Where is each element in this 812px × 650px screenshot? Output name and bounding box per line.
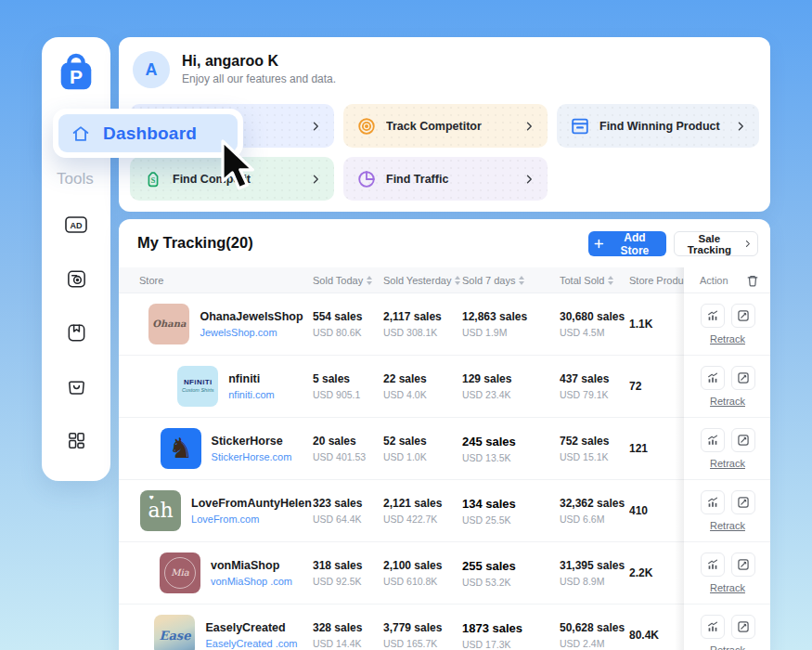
bookmark-icon (66, 322, 87, 344)
column-header-store-products[interactable]: Store Products (629, 267, 684, 292)
sales-chart-button[interactable] (701, 615, 725, 639)
product-tracker-icon (66, 268, 87, 290)
product-box-icon (570, 116, 590, 136)
edit-button[interactable] (731, 490, 755, 514)
store-domain-link[interactable]: nfiniti.com (228, 389, 275, 400)
column-header-store[interactable]: Store (119, 267, 313, 292)
column-header-action: Action (684, 267, 770, 292)
greeting-title: Hi, angaroo K (182, 53, 278, 70)
my-tracking-card: My Tracking(20) Add Store Sale Tracking … (119, 219, 770, 650)
edit-button[interactable] (731, 615, 755, 639)
chevron-right-icon (735, 121, 746, 132)
column-header-sold-7-days[interactable]: Sold 7 days (462, 267, 560, 292)
app-logo[interactable]: P (55, 51, 97, 94)
store-name: vonMiaShop (211, 559, 292, 572)
store-products-value: 410 (629, 504, 684, 517)
feature-card-find-competitor[interactable]: S Find Competit (130, 157, 334, 201)
retrack-link[interactable]: Retrack (710, 396, 745, 407)
sidebar-item-apps[interactable] (62, 428, 90, 452)
edit-icon (737, 434, 750, 447)
retrack-link[interactable]: Retrack (710, 644, 745, 650)
sales-chart-button[interactable] (701, 552, 725, 577)
store-name: nfiniti (228, 372, 275, 385)
sort-icon[interactable] (367, 276, 372, 285)
store-domain-link[interactable]: JewelsShop.com (200, 327, 303, 338)
total-sold-value: 752 sales (560, 435, 629, 448)
sort-icon[interactable] (455, 276, 460, 285)
retrack-link[interactable]: Retrack (710, 333, 745, 344)
column-header-sold-today[interactable]: Sold Today (313, 267, 383, 292)
target-icon (356, 116, 377, 136)
retrack-link[interactable]: Retrack (710, 582, 745, 593)
sales-chart-button[interactable] (701, 490, 725, 514)
feature-card-find-winning-product[interactable]: Find Winning Product (557, 104, 759, 148)
sort-icon[interactable] (519, 276, 524, 285)
sidebar: P Tools AD (42, 37, 110, 481)
sales-chart-button[interactable] (701, 304, 725, 328)
table-body: Ohana OhanaJewelsShop JewelsShop.com 554… (119, 293, 770, 650)
sold-7-days-value: 12,863 sales (462, 310, 560, 323)
column-header-total-sold[interactable]: Total Sold (560, 267, 629, 292)
tracking-title: My Tracking(20) (137, 234, 253, 252)
store-domain-link[interactable]: LoveFrom.com (191, 514, 312, 525)
sales-chart-button[interactable] (701, 366, 725, 390)
sold-today-value: 323 sales (313, 497, 383, 510)
edit-button[interactable] (731, 428, 755, 452)
store-logo: Mia (160, 552, 200, 593)
add-store-button[interactable]: Add Store (588, 231, 666, 256)
sold-7-days-usd: USD 25.5K (462, 514, 560, 526)
store-domain-link[interactable]: StickerHorse.com (212, 451, 292, 462)
sales-chart-button[interactable] (701, 428, 725, 452)
table-row: Ohana OhanaJewelsShop JewelsShop.com 554… (119, 293, 770, 356)
edit-button[interactable] (731, 366, 755, 390)
sidebar-item-bookmark[interactable] (62, 320, 90, 344)
store-domain-link[interactable]: vonMiaShop .com (211, 576, 292, 587)
app-screen: P Tools AD (0, 0, 812, 650)
sold-yesterday-usd: USD 610.8K (383, 576, 462, 587)
table-row: ♞ StickerHorse StickerHorse.com 20 sales… (119, 418, 770, 480)
sale-tracking-button[interactable]: Sale Tracking (674, 231, 758, 256)
sold-today-usd: USD 401.53 (313, 451, 383, 462)
delete-icon[interactable] (746, 274, 759, 287)
sold-7-days-value: 1873 sales (462, 621, 560, 635)
store-name: OhanaJewelsShop (200, 310, 303, 323)
sidebar-item-dashboard[interactable]: Dashboard (53, 109, 243, 158)
feature-card-track-competitor[interactable]: Track Competitor (343, 104, 548, 148)
sold-today-usd: USD 80.6K (313, 327, 383, 338)
retrack-link[interactable]: Retrack (710, 458, 745, 469)
sold-yesterday-usd: USD 1.0K (383, 451, 462, 462)
edit-button[interactable] (731, 304, 755, 328)
sidebar-item-store[interactable] (62, 374, 90, 398)
sold-today-value: 328 sales (313, 621, 383, 634)
edit-icon (737, 371, 750, 384)
store-name: LoveFromAuntyHelen (191, 497, 312, 510)
sold-today-usd: USD 905.1 (313, 389, 383, 400)
total-sold-value: 31,395 sales (560, 559, 629, 572)
sold-7-days-usd: USD 53.2K (462, 577, 560, 588)
bar-chart-icon (706, 371, 719, 384)
sold-7-days-usd: USD 17.3K (462, 639, 560, 650)
sold-7-days-usd: USD 23.4K (462, 389, 560, 400)
sidebar-item-ads[interactable]: AD (62, 213, 90, 237)
column-header-sold-yesterday[interactable]: Sold Yesterday (383, 267, 462, 292)
dashboard-label: Dashboard (103, 124, 197, 144)
home-icon (71, 124, 91, 144)
sort-icon[interactable] (608, 276, 613, 285)
edit-icon (737, 558, 750, 571)
store-products-value: 2.2K (629, 566, 684, 579)
store-name: EaselyCreated (205, 621, 297, 634)
retrack-link[interactable]: Retrack (710, 520, 745, 531)
edit-button[interactable] (731, 552, 755, 577)
sold-today-usd: USD 14.4K (313, 638, 383, 649)
chevron-right-icon (523, 121, 535, 132)
store-domain-link[interactable]: EaselyCreated .com (205, 638, 297, 649)
total-sold-usd: USD 6.6M (560, 514, 629, 525)
store-name: StickerHorse (212, 435, 292, 448)
sold-7-days-usd: USD 1.9M (462, 327, 560, 338)
bar-chart-icon (706, 496, 719, 509)
total-sold-usd: USD 2.4M (560, 638, 629, 649)
shopping-bag-logo-icon: P (55, 51, 97, 94)
bar-chart-icon (706, 309, 719, 322)
feature-card-find-traffic[interactable]: Find Traffic (343, 157, 548, 201)
sidebar-item-tracker[interactable] (62, 266, 90, 291)
